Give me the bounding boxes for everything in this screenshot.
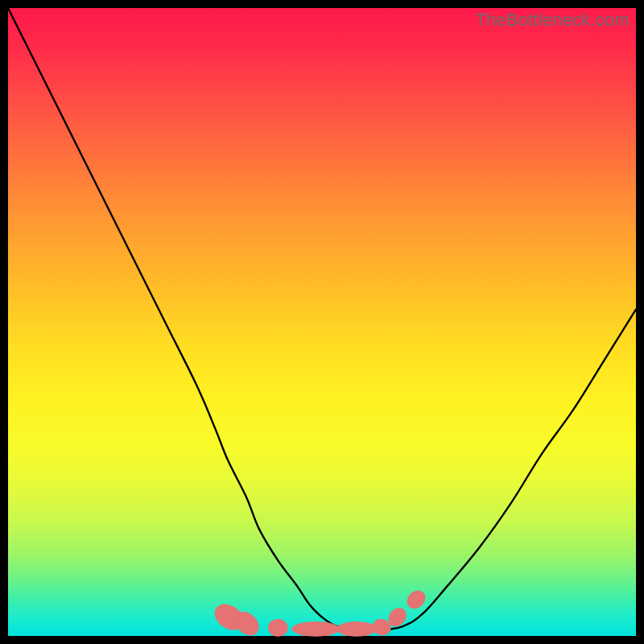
curve-path <box>8 8 636 630</box>
curve-marker <box>292 621 340 637</box>
chart-svg <box>8 8 636 636</box>
curve-marker <box>403 587 429 613</box>
chart-frame: TheBottleneck.com <box>0 0 644 644</box>
curve-marker <box>336 621 377 637</box>
marker-group <box>210 587 429 640</box>
curve-marker <box>268 619 288 637</box>
